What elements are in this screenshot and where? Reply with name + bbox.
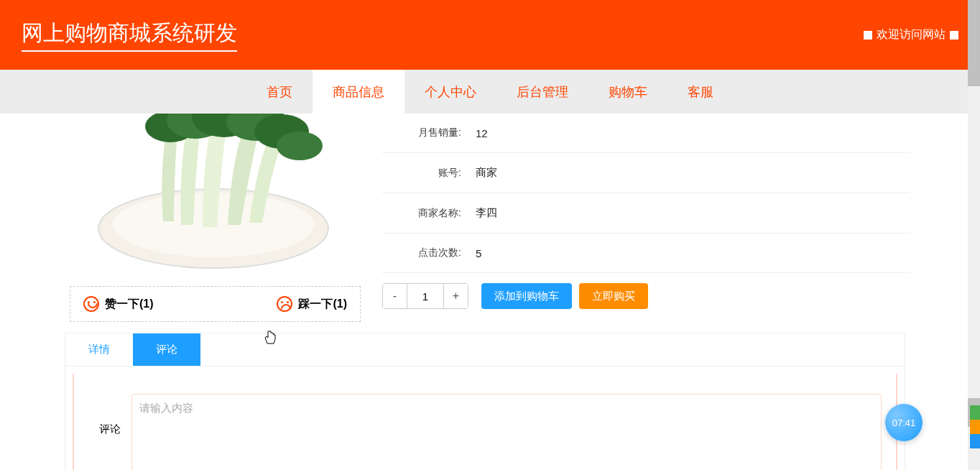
tab-comment[interactable]: 评论 xyxy=(133,333,200,366)
square-icon xyxy=(950,31,958,40)
header-bar: 网上购物商城系统研发 欢迎访问网站 xyxy=(0,0,980,70)
info-label: 月售销量: xyxy=(393,126,461,139)
nav-products[interactable]: 商品信息 xyxy=(313,70,405,114)
scrollbar-thumb[interactable] xyxy=(968,0,980,86)
info-value: 李四 xyxy=(476,206,497,220)
fab-time: 07:41 xyxy=(892,418,916,428)
info-row-sales: 月售销量: 12 xyxy=(382,114,910,153)
comment-label: 评论 xyxy=(88,394,131,436)
time-fab-button[interactable]: 07:41 xyxy=(885,404,923,441)
upvote-label: 赞一下(1) xyxy=(105,297,154,312)
vote-row: 赞一下(1) 踩一下(1) xyxy=(70,286,361,322)
welcome-text: 欢迎访问网站 xyxy=(864,27,958,42)
comment-form: 评论 xyxy=(73,374,897,470)
nav-admin[interactable]: 后台管理 xyxy=(496,70,588,114)
content-area: 赞一下(1) 踩一下(1) 月售销量: 12 账号: 商家 商家名称: 李四 点… xyxy=(5,114,975,322)
scrollbar-track[interactable] xyxy=(968,0,980,470)
info-value: 商家 xyxy=(476,166,497,180)
tabs-section: 详情 评论 评论 xyxy=(65,333,905,470)
smile-icon xyxy=(83,296,99,312)
sidebar-widget-icon[interactable] xyxy=(970,405,980,448)
action-row: - + 添加到购物车 立即购买 xyxy=(382,273,910,319)
qty-input[interactable] xyxy=(407,284,443,308)
square-icon xyxy=(864,31,872,40)
site-title[interactable]: 网上购物商城系统研发 xyxy=(22,19,237,52)
tabs-header: 详情 评论 xyxy=(65,333,905,367)
quantity-stepper: - + xyxy=(382,283,468,309)
info-value: 12 xyxy=(476,127,488,139)
buy-now-button[interactable]: 立即购买 xyxy=(579,283,648,309)
qty-minus-button[interactable]: - xyxy=(383,284,407,308)
product-left-column: 赞一下(1) 踩一下(1) xyxy=(70,114,371,322)
nav-cart[interactable]: 购物车 xyxy=(588,70,667,114)
info-row-account: 账号: 商家 xyxy=(382,153,910,193)
welcome-label: 欢迎访问网站 xyxy=(877,27,946,42)
info-row-merchant: 商家名称: 李四 xyxy=(382,193,910,234)
qty-plus-button[interactable]: + xyxy=(443,284,468,308)
nav-profile[interactable]: 个人中心 xyxy=(405,70,496,114)
comment-input[interactable] xyxy=(131,394,882,470)
vegetable-image-icon xyxy=(77,114,350,279)
add-to-cart-button[interactable]: 添加到购物车 xyxy=(481,283,572,309)
info-value: 5 xyxy=(476,247,481,259)
nav-service[interactable]: 客服 xyxy=(667,70,734,114)
upvote-button[interactable]: 赞一下(1) xyxy=(83,296,154,312)
frown-icon xyxy=(277,296,292,312)
svg-point-7 xyxy=(277,132,323,160)
form-row: 评论 xyxy=(81,394,889,470)
product-right-column: 月售销量: 12 账号: 商家 商家名称: 李四 点击次数: 5 - + 添加到… xyxy=(371,114,910,322)
main-nav: 首页 商品信息 个人中心 后台管理 购物车 客服 xyxy=(0,70,980,114)
nav-home[interactable]: 首页 xyxy=(246,70,313,114)
info-label: 账号: xyxy=(393,167,461,180)
info-label: 点击次数: xyxy=(393,246,461,259)
info-row-clicks: 点击次数: 5 xyxy=(382,234,910,273)
tab-detail[interactable]: 详情 xyxy=(65,333,133,366)
info-label: 商家名称: xyxy=(393,207,461,220)
product-image xyxy=(70,114,357,279)
downvote-button[interactable]: 踩一下(1) xyxy=(277,296,347,312)
downvote-label: 踩一下(1) xyxy=(298,297,347,312)
